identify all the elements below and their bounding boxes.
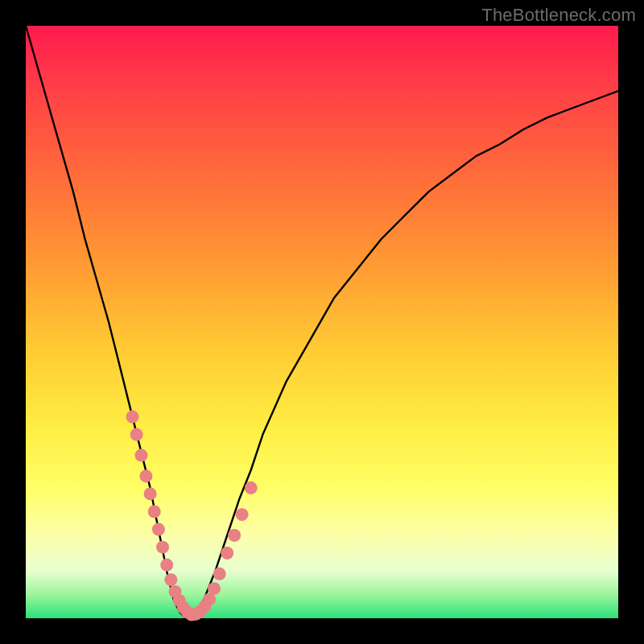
curve-marker [144,487,157,500]
watermark-text: TheBottleneck.com [481,5,636,26]
curve-marker [126,411,139,423]
curve-marker [152,523,165,536]
curve-marker [130,428,143,441]
curve-marker [208,582,221,595]
gradient-plot-area [26,26,618,618]
curve-marker [135,449,148,462]
curve-marker [236,508,249,521]
curve-marker [245,481,258,494]
curve-marker [164,573,177,586]
chart-frame: TheBottleneck.com [0,0,644,644]
curve-marker [156,541,169,554]
curve-marker [213,568,226,580]
curve-marker [139,469,152,482]
curve-marker [228,529,241,542]
curve-marker [221,547,233,559]
curve-marker [148,506,161,518]
bottleneck-curve [26,26,618,618]
curve-svg [26,26,618,618]
curve-markers [126,411,258,621]
curve-path [26,26,618,618]
curve-marker [160,559,173,572]
